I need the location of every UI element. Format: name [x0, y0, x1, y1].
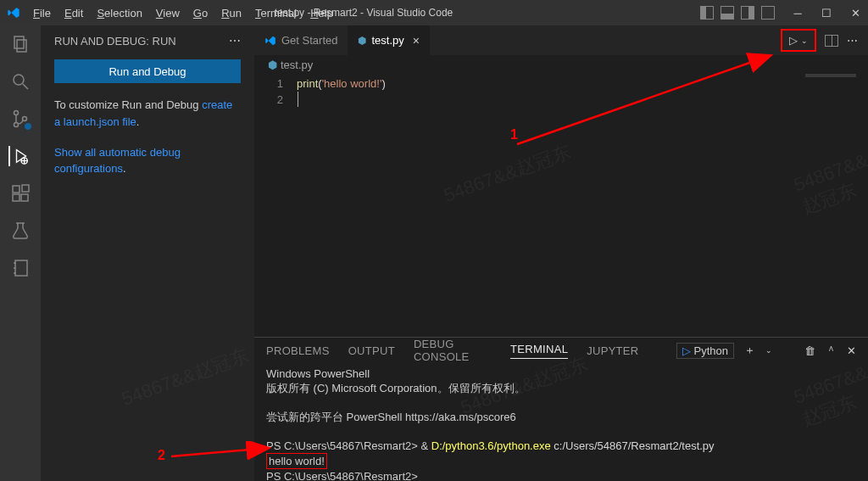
run-file-button[interactable]: ▷: [789, 34, 798, 47]
editor-area: Get Started ⬢ test.py × ▷ ⌄ ⋯ ⬢ test.py: [254, 25, 868, 481]
panel-tab-output[interactable]: Output: [348, 344, 395, 357]
terminal-line: 版权所有 (C) Microsoft Corporation。保留所有权利。: [266, 381, 856, 395]
tab-get-started-label: Get Started: [281, 34, 337, 47]
svg-point-5: [14, 123, 19, 127]
sidebar-title-text: RUN AND DEBUG: RUN: [54, 35, 176, 48]
split-terminal-icon[interactable]: [782, 345, 794, 355]
svg-rect-1: [17, 40, 26, 52]
python-file-icon: ⬢: [358, 35, 366, 47]
customize-pre: To customize Run and Debug: [54, 98, 202, 111]
menu-run[interactable]: Run: [215, 5, 248, 8]
cmd-arg: c:/Users/54867/Resmart2/test.py: [551, 439, 715, 452]
close-button[interactable]: ✕: [849, 7, 861, 20]
panel-tab-terminal[interactable]: Terminal: [510, 343, 568, 359]
testing-icon[interactable]: [10, 221, 31, 241]
layout-sidebar-right-icon[interactable]: [741, 6, 754, 20]
panel-tab-problems[interactable]: Problems: [266, 344, 330, 357]
code-content[interactable]: print('hello world!'): [297, 76, 868, 337]
run-debug-icon[interactable]: [8, 146, 31, 166]
prompt: PS C:\Users\54867\Resmart2>: [266, 439, 420, 452]
run-and-debug-button[interactable]: Run and Debug: [54, 59, 241, 83]
tab-testpy-label: test.py: [371, 34, 403, 47]
maximize-button[interactable]: ☐: [821, 7, 832, 20]
extensions-icon[interactable]: [10, 183, 31, 204]
svg-rect-10: [13, 186, 19, 193]
panel-tab-jupyter[interactable]: Jupyter: [587, 344, 638, 357]
terminal-line: 尝试新的跨平台 PowerShell https://aka.ms/pscore…: [266, 410, 856, 424]
svg-rect-14: [15, 260, 27, 276]
terminal-line: PS C:\Users\54867\Resmart2>: [266, 469, 856, 481]
notebook-icon[interactable]: [10, 258, 31, 278]
panel-maximize-icon[interactable]: ＾: [826, 343, 837, 358]
run-file-chevron-icon[interactable]: ⌄: [801, 36, 808, 45]
svg-rect-0: [14, 36, 24, 48]
panel-tab-debug-console[interactable]: Debug Console: [414, 338, 492, 363]
tab-close-icon[interactable]: ×: [413, 34, 420, 48]
code-editor[interactable]: 1 2 print('hello world!'): [254, 74, 868, 337]
layout-customize-icon[interactable]: [761, 6, 775, 20]
kill-terminal-icon[interactable]: 🗑: [804, 344, 815, 357]
vscode-icon: [264, 35, 276, 47]
layout-sidebar-left-icon[interactable]: [700, 6, 714, 20]
prompt: PS C:\Users\54867\Resmart2>: [266, 470, 420, 481]
cmd-exe: D:/python3.6/python.exe: [431, 439, 551, 452]
period2: .: [123, 162, 126, 175]
breadcrumb[interactable]: ⬢ test.py: [254, 55, 868, 74]
menu-selection[interactable]: Selection: [91, 5, 147, 8]
terminal-shell-picker[interactable]: ▷Python: [676, 343, 734, 359]
tab-get-started[interactable]: Get Started: [254, 25, 348, 55]
svg-point-2: [14, 75, 24, 85]
breadcrumb-file: test.py: [281, 59, 313, 71]
search-icon[interactable]: [10, 71, 31, 92]
sidebar-more-icon[interactable]: ⋯: [229, 34, 241, 48]
token-string: 'hello world!': [322, 77, 382, 90]
terminal-line: PS C:\Users\54867\Resmart2> & D:/python3…: [266, 439, 856, 453]
tab-more-icon[interactable]: ⋯: [847, 34, 858, 47]
vscode-logo-icon: [7, 6, 20, 20]
sidebar-title: RUN AND DEBUG: RUN ⋯: [54, 34, 241, 48]
menu-go[interactable]: Go: [187, 5, 214, 8]
token-function: print: [297, 77, 318, 90]
annotation-number-2: 2: [158, 448, 165, 463]
minimap[interactable]: [805, 74, 856, 77]
menu-terminal[interactable]: Terminal: [249, 5, 303, 8]
panel-actions: ▷Python ＋ ⌄ 🗑 ＾ ✕: [676, 343, 856, 359]
terminal-output-line: hello world!: [266, 453, 856, 469]
layout-panel-icon[interactable]: [721, 6, 734, 20]
new-terminal-button[interactable]: ＋: [744, 343, 755, 358]
source-control-icon[interactable]: [10, 109, 31, 129]
split-editor-icon[interactable]: [825, 35, 838, 47]
sidebar: RUN AND DEBUG: RUN ⋯ Run and Debug To cu…: [41, 25, 254, 481]
period: .: [136, 115, 140, 128]
explorer-icon[interactable]: [10, 34, 31, 54]
tab-testpy[interactable]: ⬢ test.py ×: [348, 25, 429, 55]
run-file-highlight-box: ▷ ⌄: [781, 29, 816, 52]
window-controls: ─ ☐ ✕: [792, 7, 861, 20]
menu-view[interactable]: View: [150, 5, 186, 8]
show-all-configs-link[interactable]: Show all automatic debug configurations: [54, 146, 181, 176]
minimize-button[interactable]: ─: [792, 7, 804, 20]
activitybar: [0, 25, 41, 481]
terminal-content[interactable]: Windows PowerShell版权所有 (C) Microsoft Cor…: [254, 363, 868, 481]
titlebar: File Edit Selection View Go Run Terminal…: [0, 0, 868, 25]
cursor-line: [298, 92, 868, 107]
svg-line-3: [23, 84, 28, 89]
layout-controls: [700, 6, 775, 20]
panel-tabs: Problems Output Debug Console Terminal J…: [254, 338, 868, 363]
cmd-amp: &: [420, 439, 431, 452]
svg-point-4: [14, 111, 19, 115]
python-file-icon: ⬢: [268, 59, 277, 71]
menu-help[interactable]: Help: [304, 5, 339, 8]
terminal-line: [266, 424, 856, 439]
menu-file[interactable]: File: [27, 5, 57, 8]
line-number: 1: [254, 76, 283, 92]
menu-edit[interactable]: Edit: [58, 5, 89, 8]
tab-actions: ▷ ⌄ ⋯: [781, 25, 868, 55]
sidebar-customize-text: To customize Run and Debug create a laun…: [54, 97, 241, 131]
terminal-chevron-icon[interactable]: ⌄: [765, 346, 772, 355]
svg-rect-13: [22, 185, 29, 192]
shell-label: Python: [694, 344, 728, 357]
panel-close-icon[interactable]: ✕: [847, 344, 856, 357]
panel: Problems Output Debug Console Terminal J…: [254, 337, 868, 481]
terminal-line: [266, 395, 856, 410]
